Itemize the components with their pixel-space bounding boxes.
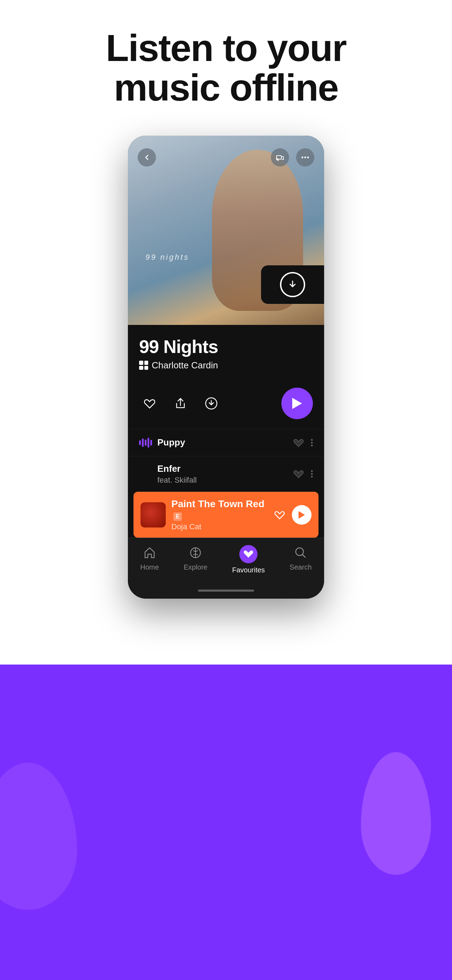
active-track-name: Paint The Town Red E <box>171 498 269 521</box>
nav-label-explore: Explore <box>184 563 207 571</box>
track-title: Enfer feat. Skiifall <box>139 463 288 485</box>
phone-frame: 99 nights 99 Nights Charlo <box>128 136 324 599</box>
nav-item-search[interactable]: Search <box>282 545 318 574</box>
track-actions <box>293 469 313 479</box>
more-button[interactable] <box>296 148 314 167</box>
nav-item-home[interactable]: Home <box>133 545 166 574</box>
play-button-main[interactable] <box>282 388 313 419</box>
track-like-icon[interactable] <box>293 469 304 479</box>
song-info: 99 Nights Charlotte Cardin <box>128 325 324 378</box>
track-more-icon[interactable] <box>311 470 313 478</box>
track-item[interactable]: Puppy <box>128 429 324 456</box>
track-title-active: Paint The Town Red E Doja Cat <box>171 498 269 531</box>
track-item[interactable]: Enfer feat. Skiifall <box>128 456 324 492</box>
home-indicator <box>128 585 324 599</box>
svg-point-3 <box>307 156 309 158</box>
svg-point-13 <box>296 548 304 555</box>
artist-name: Charlotte Cardin <box>152 360 218 371</box>
track-like-icon[interactable] <box>293 438 304 448</box>
track-artist: feat. Skiifall <box>157 476 288 485</box>
search-icon <box>293 545 308 560</box>
svg-point-1 <box>302 156 304 158</box>
nav-item-favourites[interactable]: Favourites <box>225 545 272 574</box>
track-item-active[interactable]: Paint The Town Red E Doja Cat <box>134 492 318 538</box>
active-track-thumb <box>140 502 166 528</box>
svg-point-8 <box>311 470 313 472</box>
track-name: Puppy <box>157 437 288 448</box>
svg-point-7 <box>311 444 313 446</box>
active-track-artist: Doja Cat <box>171 522 269 531</box>
track-actions-active <box>274 505 312 525</box>
active-play-button[interactable] <box>292 505 312 525</box>
active-like-icon[interactable] <box>274 510 285 520</box>
song-title: 99 Nights <box>139 336 313 357</box>
artist-row: Charlotte Cardin <box>139 360 313 371</box>
svg-point-9 <box>311 473 313 475</box>
track-actions <box>293 438 313 448</box>
nav-item-explore[interactable]: Explore <box>177 545 215 574</box>
download-badge[interactable] <box>261 265 324 304</box>
share-button[interactable] <box>170 393 191 414</box>
track-list: Puppy Enfer feat. Skiifall <box>128 429 324 538</box>
cast-button[interactable] <box>271 148 289 167</box>
home-icon <box>142 545 157 560</box>
explicit-badge: E <box>173 512 182 521</box>
favourites-icon <box>239 545 258 563</box>
home-bar <box>198 590 254 592</box>
album-label: 99 nights <box>145 253 189 262</box>
track-more-icon[interactable] <box>311 439 313 447</box>
nav-label-home: Home <box>140 563 159 571</box>
svg-point-5 <box>311 439 313 441</box>
track-name: Enfer <box>157 463 288 474</box>
track-waveform-icon <box>139 436 152 449</box>
like-button[interactable] <box>139 393 160 414</box>
phone-mockup: 99 nights 99 Nights Charlo <box>128 136 324 599</box>
back-button[interactable] <box>138 148 156 167</box>
track-title: Puppy <box>157 437 288 448</box>
svg-point-6 <box>311 442 313 443</box>
bottom-nav: Home Explore <box>128 538 324 585</box>
svg-point-2 <box>304 156 306 158</box>
nav-label-favourites: Favourites <box>232 566 264 574</box>
hero-title: Listen to your music offline <box>103 28 349 108</box>
nav-label-search: Search <box>290 563 312 571</box>
artist-logo-icon <box>139 361 148 370</box>
explore-icon <box>188 545 203 560</box>
download-circle-icon <box>280 272 305 297</box>
download-button[interactable] <box>201 393 222 414</box>
svg-point-10 <box>311 476 313 478</box>
album-art: 99 nights <box>128 136 324 325</box>
action-row <box>128 378 324 429</box>
